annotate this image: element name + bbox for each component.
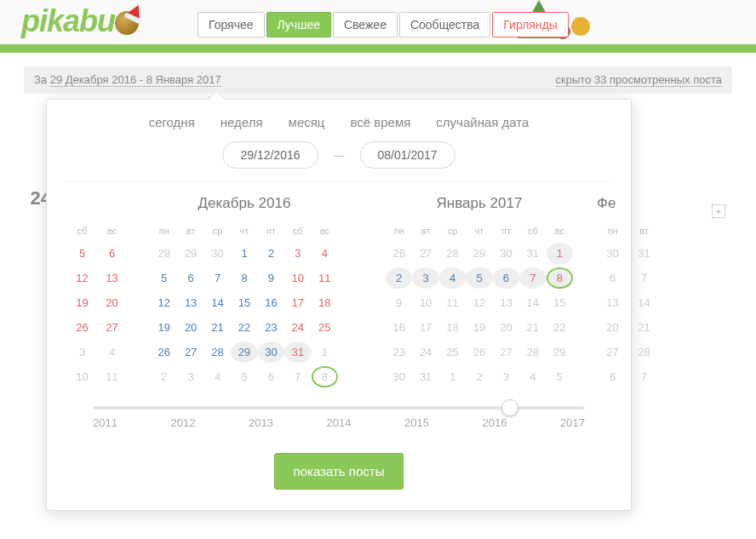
calendar-day[interactable]: 25 — [312, 317, 338, 338]
calendar-day[interactable]: 12 — [67, 267, 97, 289]
year-slider-thumb[interactable] — [501, 399, 518, 416]
calendar-day[interactable]: 5 — [547, 366, 573, 387]
calendar-day[interactable]: 20 — [97, 292, 127, 313]
calendar-day[interactable]: 29 — [177, 243, 203, 264]
calendar-day[interactable]: 20 — [493, 317, 519, 338]
calendar-day[interactable]: 1 — [312, 341, 338, 363]
quick-all[interactable]: всё время — [350, 115, 410, 129]
calendar-day[interactable]: 26 — [67, 317, 97, 338]
calendar-day[interactable]: 13 — [177, 292, 203, 313]
calendar-day[interactable]: 24 — [412, 341, 438, 363]
calendar-day[interactable]: 5 — [231, 366, 257, 387]
calendar-day[interactable]: 28 — [519, 341, 546, 363]
year-label[interactable]: 2011 — [93, 416, 117, 429]
calendar-day[interactable]: 22 — [547, 317, 573, 338]
calendar-day[interactable]: 27 — [97, 317, 127, 338]
calendar-day[interactable]: 5 — [466, 267, 492, 289]
calendar-day[interactable]: 6 — [177, 267, 203, 289]
calendar-day[interactable]: 10 — [284, 267, 311, 289]
calendar-day[interactable]: 22 — [231, 317, 257, 338]
date-from-input[interactable]: 29/12/2016 — [222, 141, 318, 169]
calendar-day[interactable]: 29 — [547, 341, 573, 363]
calendar-day[interactable]: 5 — [151, 267, 177, 289]
tab-communities[interactable]: Сообщества — [399, 12, 490, 37]
calendar-day[interactable]: 4 — [312, 243, 338, 264]
calendar-day[interactable]: 3 — [412, 267, 438, 289]
calendar-day[interactable]: 26 — [466, 341, 492, 363]
calendar-day[interactable]: 3 — [493, 366, 519, 387]
calendar-day[interactable]: 3 — [177, 366, 203, 387]
calendar-day[interactable]: 3 — [67, 341, 97, 363]
year-label[interactable]: 2012 — [171, 416, 196, 429]
calendar-day[interactable]: 14 — [628, 292, 660, 313]
expand-icon[interactable]: + — [712, 204, 725, 218]
filter-range-link[interactable]: 29 Декабря 2016 - 8 Января 2017 — [50, 73, 221, 87]
calendar-day[interactable]: 13 — [493, 292, 519, 313]
logo[interactable]: pikabu — [21, 3, 139, 39]
calendar-day[interactable]: 12 — [151, 292, 177, 313]
calendar-day[interactable]: 11 — [97, 366, 127, 387]
calendar-day[interactable]: 6 — [597, 267, 628, 289]
calendar-day[interactable]: 31 — [519, 243, 546, 264]
date-to-input[interactable]: 08/01/2017 — [360, 141, 455, 169]
calendar-day[interactable]: 29 — [231, 341, 257, 363]
calendar-day[interactable]: 23 — [386, 341, 412, 363]
calendar-day[interactable]: 5 — [67, 243, 97, 264]
calendar-day[interactable]: 27 — [597, 341, 628, 363]
calendar-day[interactable]: 16 — [386, 317, 412, 338]
calendar-day[interactable]: 4 — [519, 366, 546, 387]
calendar-day[interactable]: 1 — [439, 366, 466, 387]
calendar-day[interactable]: 8 — [231, 267, 257, 289]
calendar-day[interactable]: 19 — [466, 317, 492, 338]
calendar-day[interactable]: 7 — [628, 267, 660, 289]
calendar-day[interactable]: 30 — [258, 341, 284, 363]
quick-month[interactable]: месяц — [289, 115, 325, 129]
calendar-day[interactable]: 21 — [628, 317, 660, 338]
show-posts-button[interactable]: показать посты — [274, 453, 404, 490]
calendar-day[interactable]: 2 — [386, 267, 412, 289]
calendar-day[interactable]: 15 — [231, 292, 257, 313]
calendar-day[interactable]: 6 — [258, 366, 284, 387]
year-label[interactable]: 2015 — [404, 416, 429, 429]
tab-hot[interactable]: Горячее — [198, 12, 265, 37]
calendar-day[interactable]: 19 — [151, 317, 177, 338]
calendar-day[interactable]: 21 — [204, 317, 231, 338]
year-label[interactable]: 2016 — [483, 416, 507, 429]
calendar-day[interactable]: 17 — [284, 292, 311, 313]
calendar-day[interactable]: 26 — [386, 243, 412, 264]
calendar-day[interactable]: 6 — [97, 243, 127, 264]
calendar-day[interactable]: 18 — [439, 317, 466, 338]
calendar-day[interactable]: 15 — [547, 292, 573, 313]
calendar-day[interactable]: 31 — [412, 366, 438, 387]
calendar-day[interactable]: 28 — [628, 341, 660, 363]
calendar-day[interactable]: 23 — [258, 317, 284, 338]
tab-best[interactable]: Лучшее — [266, 12, 331, 37]
calendar-day[interactable]: 28 — [204, 341, 231, 363]
calendar-day[interactable]: 20 — [177, 317, 203, 338]
calendar-day[interactable]: 6 — [597, 366, 628, 387]
calendar-day[interactable]: 7 — [284, 366, 311, 387]
calendar-day[interactable]: 7 — [628, 366, 660, 387]
calendar-day[interactable]: 7 — [204, 267, 231, 289]
calendar-day[interactable]: 3 — [284, 243, 311, 264]
calendar-day[interactable]: 30 — [493, 243, 519, 264]
calendar-day[interactable]: 26 — [151, 341, 177, 363]
calendar-day[interactable]: 18 — [312, 292, 338, 313]
hidden-posts-link[interactable]: скрыто 33 просмотренных поста — [556, 73, 722, 87]
calendar-day[interactable]: 9 — [386, 292, 412, 313]
year-label[interactable]: 2017 — [560, 416, 585, 429]
calendar-day[interactable]: 8 — [547, 267, 573, 289]
quick-random[interactable]: случайная дата — [436, 115, 529, 129]
year-label[interactable]: 2014 — [327, 416, 352, 429]
calendar-day[interactable]: 1 — [231, 243, 257, 264]
calendar-day[interactable]: 19 — [67, 292, 97, 313]
quick-today[interactable]: сегодня — [149, 115, 195, 129]
calendar-day[interactable]: 30 — [204, 243, 231, 264]
calendar-day[interactable]: 14 — [204, 292, 231, 313]
calendar-day[interactable]: 29 — [466, 243, 492, 264]
calendar-day[interactable]: 27 — [177, 341, 203, 363]
tab-fresh[interactable]: Свежее — [333, 12, 398, 37]
calendar-day[interactable]: 13 — [597, 292, 628, 313]
calendar-day[interactable]: 2 — [466, 366, 492, 387]
calendar-day[interactable]: 17 — [412, 317, 438, 338]
